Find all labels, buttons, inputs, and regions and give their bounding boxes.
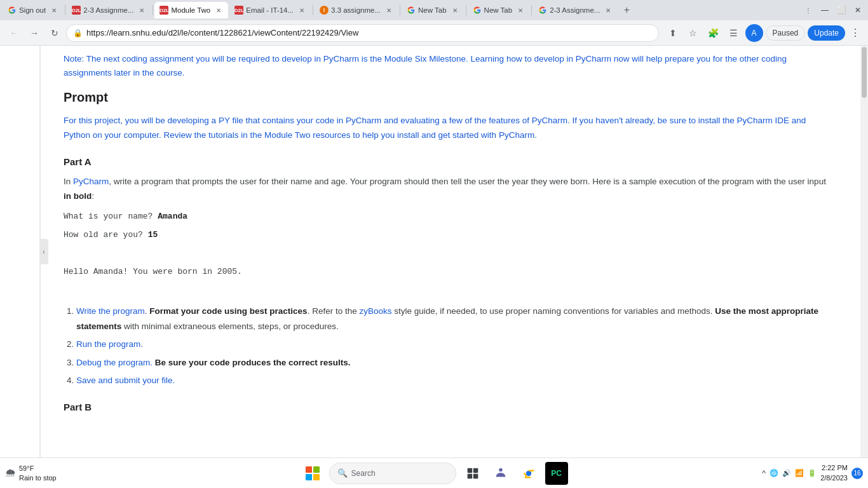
tab-newtab2-close[interactable]: ✕ [516,6,525,15]
chrome-taskbar-button[interactable] [517,462,540,485]
taskbar: 🌧 59°F Rain to stop 🔍 Search [0,458,868,488]
tab-separator-1 [65,5,65,15]
tab-module-two-close[interactable]: ✕ [214,6,223,15]
prompt-intro-text: For this project, you will be developing… [64,116,806,140]
tab-email[interactable]: D2L Email - IT-14... ✕ [229,2,311,18]
tab-google-assign-close[interactable]: ✕ [604,6,613,15]
code-line2: How old are you? [64,230,148,240]
weather-icon: 🌧 [5,466,17,480]
bookmark-button[interactable]: ☆ [684,24,702,42]
sidebar-button[interactable]: ☰ [725,24,743,42]
list-item-2-text: Run the program. [76,339,143,349]
list-item-2: Run the program. [76,337,830,352]
win-quad-green [313,466,320,473]
tab-separator-5 [466,5,466,15]
google-favicon-signout [8,6,17,15]
url-bar[interactable]: 🔒 https://learn.snhu.edu/d2l/le/content/… [66,24,659,42]
back-button[interactable]: ← [5,24,23,42]
svg-rect-3 [473,473,478,478]
wifi-icon[interactable]: 📶 [795,469,804,477]
pycharm-taskbar-button[interactable]: PC [545,462,568,485]
tab-d2l-assignment1-title: 2-3 Assignme... [83,6,133,14]
newtab2-favicon [473,6,482,15]
tab-google-assign-title: 2-3 Assignme... [550,6,600,14]
tab-newtab2[interactable]: New Tab ✕ [468,2,531,18]
scrollbar-thumb[interactable] [862,47,867,98]
paused-label: Paused [773,29,799,37]
tab-separator-2 [153,5,153,15]
maximize-button[interactable]: ⬜ [834,3,849,18]
tab-separator-4 [400,5,400,15]
tab-33-assignment-close[interactable]: ✕ [384,6,393,15]
address-bar: ← → ↻ 🔒 https://learn.snhu.edu/d2l/le/co… [0,20,868,46]
taskbar-right: ^ 🌐 🔊 📶 🔋 2:22 PM 2/8/2023 16 [762,463,863,483]
code-line2-bold: 15 [148,230,158,240]
paused-button[interactable]: Paused [766,25,806,41]
start-button[interactable] [301,462,324,485]
system-tray-chevron[interactable]: ^ [762,468,766,478]
tab-email-close[interactable]: ✕ [297,6,306,15]
page-share-button[interactable]: ⬆ [664,24,682,42]
task-view-button[interactable] [461,462,484,485]
tab-d2l-assignment1[interactable]: D2L 2-3 Assignme... ✕ [67,2,151,18]
tab-separator-3 [313,5,313,15]
forward-button[interactable]: → [25,24,43,42]
reload-button[interactable]: ↻ [46,24,64,42]
win-quad-blue [306,474,312,480]
extensions-button[interactable]: 🧩 [705,24,722,42]
tab-email-title: Email - IT-14... [246,6,294,14]
d2l-favicon-1: D2L [72,6,81,15]
current-time: 2:22 PM [820,463,848,473]
tab-list-button[interactable]: ⋮ [801,3,816,18]
pycharm-icon: PC [551,469,562,478]
tab-signout[interactable]: Sign out ✕ [3,2,64,18]
list-item-3: Debug the program. Be sure your code pro… [76,355,830,370]
tab-newtab1-title: New Tab [418,6,447,14]
tab-newtab1[interactable]: New Tab ✕ [402,2,465,18]
tab-signout-close[interactable]: ✕ [50,6,58,15]
tab-module-two-title: Module Two [171,6,210,14]
list-item-1-text: Write the program [76,306,145,316]
tab-module-two[interactable]: D2L Module Two ✕ [154,2,228,18]
network-icon[interactable]: 🌐 [770,469,778,477]
sound-icon[interactable]: 🔊 [782,469,791,477]
weather-temp: 59°F [19,464,57,473]
code-line1-bold: Amanda [158,212,187,221]
svg-point-4 [499,468,503,471]
note-text-content: Note: The next coding assignment you wil… [64,54,787,78]
tab-33-assignment[interactable]: ! 3.3 assignme... ✕ [315,2,398,18]
prompt-heading: Prompt [64,87,830,107]
page-content: ‹ Note: The next coding assignment you w… [0,46,868,458]
new-tab-button[interactable]: + [619,3,634,18]
d2l-favicon-3: D2L [234,6,243,15]
tab-newtab1-close[interactable]: ✕ [451,6,459,15]
tab-33-assignment-title: 3.3 assignme... [331,6,381,14]
title-bar: Sign out ✕ D2L 2-3 Assignme... ✕ D2L Mod… [0,0,868,20]
code-line1: What is your name? [64,212,158,221]
sidebar-toggle[interactable]: ‹ [39,239,48,264]
d2l-favicon-2: D2L [159,6,168,15]
weather-desc: Rain to stop [19,473,57,482]
notification-badge[interactable]: 16 [851,468,863,479]
page-scrollbar[interactable] [860,46,868,458]
battery-icon[interactable]: 🔋 [808,469,817,477]
time-block[interactable]: 2:22 PM 2/8/2023 [820,463,848,483]
minimize-button[interactable]: — [817,3,832,18]
list-item-4-text: Save and submit your file. [76,376,175,385]
taskbar-search-icon: 🔍 [337,468,348,478]
profile-button[interactable]: A [745,24,763,42]
taskbar-search-text: Search [351,469,376,478]
close-button[interactable]: ✕ [850,3,865,18]
tab-separator-6 [531,5,532,15]
teams-button[interactable] [489,462,512,485]
tab-d2l-assignment1-close[interactable]: ✕ [137,6,146,15]
notification-count: 16 [853,470,860,477]
taskbar-search[interactable]: 🔍 Search [329,463,456,484]
svg-rect-1 [473,468,478,473]
chrome-menu-button[interactable]: ⋮ [848,27,863,39]
update-button[interactable]: Update [808,25,845,41]
tab-google-assign[interactable]: 2-3 Assignme... ✕ [533,2,618,18]
tab-newtab2-title: New Tab [484,6,513,14]
browser-frame: Sign out ✕ D2L 2-3 Assignme... ✕ D2L Mod… [0,0,868,488]
toolbar-right: ⬆ ☆ 🧩 ☰ A Paused Update ⋮ [664,24,863,42]
